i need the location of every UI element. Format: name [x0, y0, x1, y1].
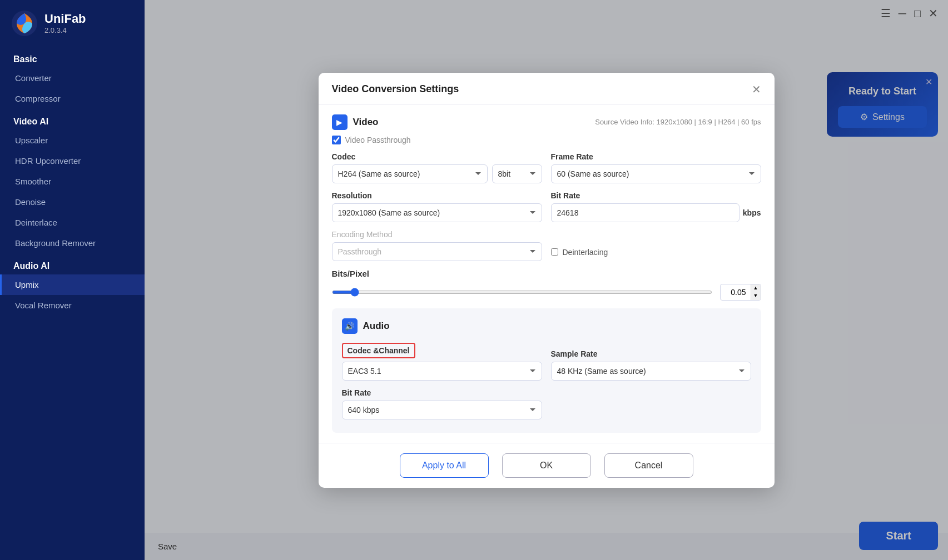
app-logo: UniFab 2.0.3.4 [0, 0, 145, 47]
codec-label: Codec [332, 152, 542, 161]
modal-overlay: Video Conversion Settings ✕ ▶ Video Sour… [145, 0, 948, 560]
frame-rate-label: Frame Rate [551, 152, 761, 161]
apply-to-all-button[interactable]: Apply to All [400, 453, 489, 478]
passthrough-row: Video Passthrough [332, 136, 761, 144]
audio-section-header: 🔊 Audio [342, 318, 751, 334]
bits-pixel-value-box: 0.05 ▲ ▼ [720, 284, 761, 301]
sidebar-item-denoise[interactable]: Denoise [0, 192, 145, 212]
sample-rate-label: Sample Rate [551, 349, 751, 358]
sample-rate-select[interactable]: 48 KHz (Same as source) 44.1 KHz 96 KHz [551, 362, 751, 381]
section-basic: Basic [0, 47, 145, 68]
bit-depth-select[interactable]: 8bit 10bit [492, 164, 542, 183]
audio-bit-rate-label: Bit Rate [342, 388, 751, 397]
sidebar: UniFab 2.0.3.4 Basic Converter Compresso… [0, 0, 145, 560]
frame-rate-col: Frame Rate 60 (Same as source) 24 30 [551, 152, 761, 183]
bits-pixel-label: Bits/Pixel [332, 269, 761, 278]
passthrough-label: Video Passthrough [345, 136, 411, 144]
sidebar-item-hdr-upconverter[interactable]: HDR Upconverter [0, 151, 145, 171]
video-section-header: ▶ Video Source Video Info: 1920x1080 | 1… [332, 104, 761, 136]
modal-body: ▶ Video Source Video Info: 1920x1080 | 1… [319, 104, 775, 443]
audio-section-title: Audio [363, 321, 390, 332]
section-audio-ai: Audio AI [0, 253, 145, 274]
deinterlacing-col: Deinterlacing [551, 248, 761, 261]
audio-codec-samplerate-row: Codec &Channel EAC3 5.1 AAC 2.0 AC3 5.1 … [342, 343, 751, 381]
app-name: UniFab [44, 12, 86, 26]
sidebar-item-vocal-remover[interactable]: Vocal Remover [0, 295, 145, 316]
audio-codec-col: Codec &Channel EAC3 5.1 AAC 2.0 AC3 5.1 [342, 343, 542, 381]
encoding-col: Encoding Method Passthrough CBR VBR [332, 230, 542, 261]
bits-pixel-up[interactable]: ▲ [751, 284, 761, 292]
modal-header: Video Conversion Settings ✕ [319, 73, 775, 104]
logo-icon [11, 10, 38, 37]
section-video-ai: Video AI [0, 109, 145, 130]
audio-section: 🔊 Audio Codec &Channel EAC3 5.1 AAC 2.0 … [332, 308, 761, 433]
audio-bitrate-group: Bit Rate 640 kbps 320 kbps 192 kbps [342, 388, 751, 419]
sidebar-item-background-remover[interactable]: Background Remover [0, 233, 145, 253]
codec-select[interactable]: H264 (Same as source) H265 AV1 [332, 164, 488, 183]
modal-footer: Apply to All OK Cancel [319, 443, 775, 488]
sidebar-item-smoother[interactable]: Smoother [0, 171, 145, 192]
codec-col: Codec H264 (Same as source) H265 AV1 8bi… [332, 152, 542, 183]
bit-rate-input[interactable]: 24618 [551, 203, 739, 222]
deinterlacing-row: Deinterlacing [551, 248, 608, 257]
encoding-method-label: Encoding Method [332, 230, 542, 239]
bitrate-input-row: 24618 kbps [551, 203, 761, 222]
deinterlacing-label: Deinterlacing [563, 248, 608, 257]
encoding-method-select[interactable]: Passthrough CBR VBR [332, 242, 542, 261]
audio-icon: 🔊 [342, 318, 358, 334]
sidebar-item-upscaler[interactable]: Upscaler [0, 130, 145, 151]
modal-title: Video Conversion Settings [332, 83, 459, 95]
codec-framerate-row: Codec H264 (Same as source) H265 AV1 8bi… [332, 152, 761, 183]
modal-close-button[interactable]: ✕ [752, 83, 761, 96]
bits-pixel-slider[interactable] [332, 291, 712, 294]
slider-spinners: ▲ ▼ [751, 284, 761, 300]
encoding-deinterlace-row: Encoding Method Passthrough CBR VBR Dein… [332, 230, 761, 261]
passthrough-checkbox[interactable] [332, 136, 341, 144]
sidebar-item-deinterlace[interactable]: Deinterlace [0, 212, 145, 233]
bits-pixel-value: 0.05 [721, 286, 751, 299]
sidebar-item-compressor[interactable]: Compressor [0, 88, 145, 109]
audio-codec-select[interactable]: EAC3 5.1 AAC 2.0 AC3 5.1 [342, 362, 542, 381]
bits-pixel-group: Bits/Pixel 0.05 ▲ ▼ [332, 269, 761, 301]
sample-rate-col: Sample Rate 48 KHz (Same as source) 44.1… [551, 349, 751, 381]
source-info: Source Video Info: 1920x1080 | 16:9 | H2… [595, 118, 761, 126]
bit-rate-label: Bit Rate [551, 191, 761, 200]
bitrate-col: Bit Rate 24618 kbps [551, 191, 761, 222]
sidebar-item-upmix[interactable]: Upmix [0, 274, 145, 295]
resolution-label: Resolution [332, 191, 542, 200]
bits-pixel-down[interactable]: ▼ [751, 292, 761, 300]
app-version: 2.0.3.4 [44, 26, 86, 34]
codec-channel-label: Codec &Channel [342, 343, 415, 358]
ok-button[interactable]: OK [502, 453, 591, 478]
audio-bit-rate-select[interactable]: 640 kbps 320 kbps 192 kbps [342, 401, 543, 419]
video-icon: ▶ [332, 114, 348, 130]
sidebar-item-converter[interactable]: Converter [0, 68, 145, 88]
app-name-version: UniFab 2.0.3.4 [44, 12, 86, 34]
kbps-label: kbps [743, 208, 761, 217]
video-section-title: Video [353, 117, 379, 128]
video-conversion-modal: Video Conversion Settings ✕ ▶ Video Sour… [319, 73, 775, 488]
slider-row: 0.05 ▲ ▼ [332, 284, 761, 301]
frame-rate-select[interactable]: 60 (Same as source) 24 30 [551, 164, 761, 183]
resolution-col: Resolution 1920x1080 (Same as source) 38… [332, 191, 542, 222]
resolution-bitrate-row: Resolution 1920x1080 (Same as source) 38… [332, 191, 761, 222]
deinterlacing-checkbox[interactable] [551, 248, 558, 256]
resolution-select[interactable]: 1920x1080 (Same as source) 3840x2160 128… [332, 203, 542, 222]
cancel-button[interactable]: Cancel [604, 453, 693, 478]
main-area: ☰ ─ □ ✕ ✕ Ready to Start ⚙ Settings Star… [145, 0, 948, 560]
